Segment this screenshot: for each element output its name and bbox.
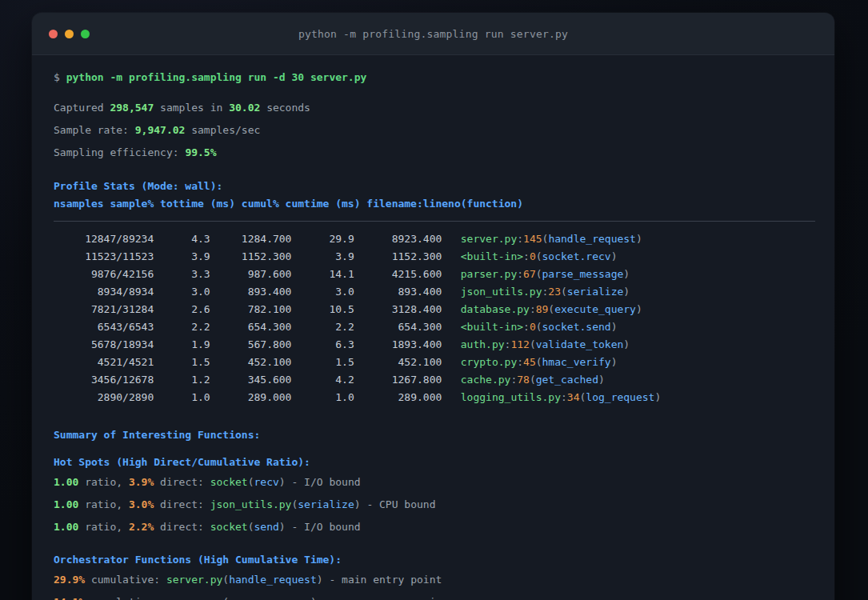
summary-title-section: Summary of Interesting Functions: xyxy=(54,426,815,444)
profile-stats-table: 12847/89234 4.3 1284.700 29.9 8923.400 s… xyxy=(54,230,815,406)
terminal-line: nsamples sample% tottime (ms) cumul% cum… xyxy=(54,195,815,213)
maximize-button[interactable] xyxy=(81,30,90,38)
title-bar: python -m profiling.sampling run server.… xyxy=(32,13,834,55)
terminal-line: Orchestrator Functions (High Cumulative … xyxy=(54,551,815,569)
terminal-line: 8934/8934 3.0 893.400 3.0 893.400 json_u… xyxy=(54,283,815,301)
orchestrator-section: 29.9% cumulative: server.py(handle_reque… xyxy=(54,569,815,600)
terminal-line: Captured 298,547 samples in 30.02 second… xyxy=(54,97,815,119)
terminal-line: 14.1% cumulative: parser.py(parse_messag… xyxy=(54,591,815,600)
terminal-line: Profile Stats (Mode: wall): xyxy=(54,178,815,195)
terminal-line: 11523/11523 3.9 1152.300 3.9 1152.300 <b… xyxy=(54,248,815,266)
terminal-line: 29.9% cumulative: server.py(handle_reque… xyxy=(54,569,815,591)
window-controls xyxy=(49,13,90,54)
terminal-line: 12847/89234 4.3 1284.700 29.9 8923.400 s… xyxy=(54,230,815,248)
close-button[interactable] xyxy=(49,30,58,38)
terminal-line: 4521/4521 1.5 452.100 1.5 452.100 crypto… xyxy=(54,354,815,371)
terminal-line: 5678/18934 1.9 567.800 6.3 1893.400 auth… xyxy=(54,336,815,354)
terminal-line: Sampling efficiency: 99.5% xyxy=(54,142,815,164)
hot-spots-section: 1.00 ratio, 3.9% direct: socket(recv) - … xyxy=(54,471,815,538)
terminal-line: 6543/6543 2.2 654.300 2.2 654.300 <built… xyxy=(54,318,815,336)
table-divider xyxy=(54,221,815,222)
terminal-line: Summary of Interesting Functions: xyxy=(54,426,815,444)
terminal-line: 2890/2890 1.0 289.000 1.0 289.000 loggin… xyxy=(54,389,815,406)
minimize-button[interactable] xyxy=(65,30,74,38)
terminal-line: 1.00 ratio, 3.0% direct: json_utils.py(s… xyxy=(54,494,815,516)
terminal-line: Hot Spots (High Direct/Cumulative Ratio)… xyxy=(54,454,815,471)
terminal-line: 7821/31284 2.6 782.100 10.5 3128.400 dat… xyxy=(54,301,815,318)
terminal-line: 1.00 ratio, 3.9% direct: socket(recv) - … xyxy=(54,471,815,494)
terminal-line: 1.00 ratio, 2.2% direct: socket(send) - … xyxy=(54,516,815,538)
terminal-output: $ python -m profiling.sampling run -d 30… xyxy=(32,55,834,600)
orchestrator-title-section: Orchestrator Functions (High Cumulative … xyxy=(54,551,815,569)
terminal-line: 9876/42156 3.3 987.600 14.1 4215.600 par… xyxy=(54,266,815,283)
window-title: python -m profiling.sampling run server.… xyxy=(298,28,568,40)
hot-spots-title-section: Hot Spots (High Direct/Cumulative Ratio)… xyxy=(54,454,815,471)
terminal-line: Sample rate: 9,947.02 samples/sec xyxy=(54,119,815,142)
capture-stats-section: Captured 298,547 samples in 30.02 second… xyxy=(54,97,815,164)
terminal-line: 3456/12678 1.2 345.600 4.2 1267.800 cach… xyxy=(54,371,815,389)
terminal-line: $ python -m profiling.sampling run -d 30… xyxy=(54,66,815,89)
command-section: $ python -m profiling.sampling run -d 30… xyxy=(54,66,815,89)
terminal-window: python -m profiling.sampling run server.… xyxy=(32,13,834,600)
profile-stats-header: Profile Stats (Mode: wall):nsamples samp… xyxy=(54,178,815,213)
